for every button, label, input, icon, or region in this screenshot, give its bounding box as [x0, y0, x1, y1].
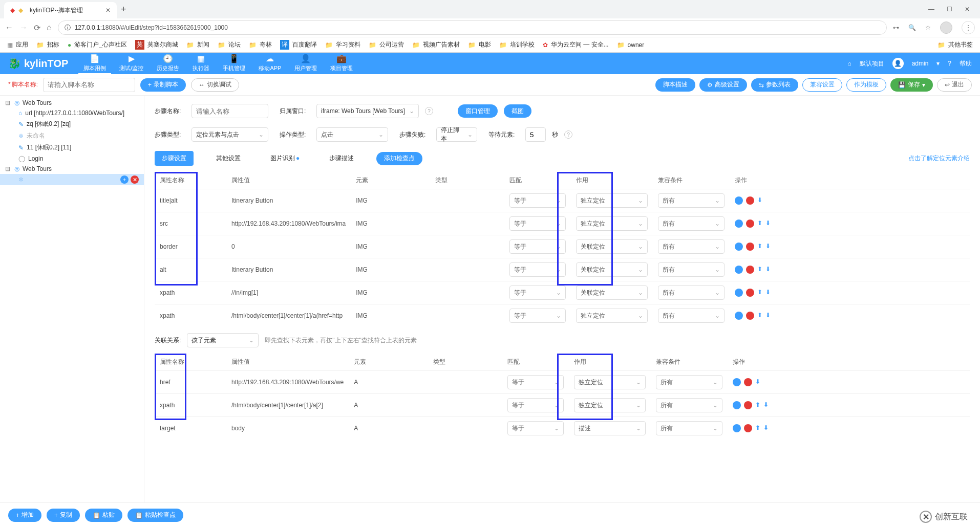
role-select[interactable]: 独立定位⌄ — [574, 398, 646, 412]
step-name-input[interactable] — [191, 104, 268, 118]
help-icon[interactable]: ? — [564, 130, 572, 139]
window-mgmt-button[interactable]: 窗口管理 — [458, 104, 498, 118]
bookmark-item[interactable]: 📁论坛 — [218, 40, 241, 49]
compat-select[interactable]: 所有⌄ — [658, 309, 725, 323]
row-add-icon[interactable]: + — [735, 266, 743, 274]
compat-select[interactable]: 所有⌄ — [656, 421, 722, 435]
row-add-icon[interactable]: + — [733, 424, 741, 432]
role-select[interactable]: 独立定位⌄ — [576, 216, 648, 231]
help-icon[interactable]: ? — [425, 107, 433, 115]
row-delete-icon[interactable]: ✕ — [744, 424, 752, 432]
role-select[interactable]: 独立定位⌄ — [576, 309, 648, 323]
row-delete-icon[interactable]: ✕ — [746, 196, 754, 205]
row-up-icon[interactable]: ⬆ — [757, 312, 762, 320]
bookmark-item[interactable]: ✿华为云空间 — 安全... — [543, 40, 609, 49]
close-window-icon[interactable]: ✕ — [965, 6, 970, 13]
other-bookmarks[interactable]: 📁其他书签 — [938, 40, 973, 49]
tree-item-selected[interactable]: ❄ + ✕ — [0, 174, 144, 185]
paste-checkpoint-button[interactable]: 📋粘贴检查点 — [127, 509, 183, 522]
menu-icon[interactable]: ⋮ — [962, 21, 975, 34]
new-tab-button[interactable]: + — [121, 4, 126, 15]
row-delete-icon[interactable]: ✕ — [746, 312, 754, 320]
collapse-icon[interactable]: ⊟ — [5, 165, 11, 172]
match-select[interactable]: 等于⌄ — [509, 193, 566, 208]
row-down-icon[interactable]: ⬇ — [757, 196, 762, 205]
row-up-icon[interactable]: ⬆ — [757, 243, 762, 251]
nav-project[interactable]: 💼项目管理 — [325, 53, 358, 74]
window-select[interactable]: iframe: Web Tours [Web Tours]⌄ — [316, 104, 419, 118]
star-icon[interactable]: ☆ — [925, 24, 931, 31]
row-down-icon[interactable]: ⬇ — [765, 219, 771, 228]
role-select[interactable]: 关联定位⌄ — [576, 286, 648, 300]
compat-select[interactable]: 所有⌄ — [658, 286, 725, 300]
script-name-input[interactable] — [43, 78, 135, 92]
row-add-icon[interactable]: + — [733, 378, 741, 386]
bookmark-item[interactable]: 📁公司运营 — [369, 40, 404, 49]
bookmark-item[interactable]: 📁奇林 — [249, 40, 272, 49]
relation-select[interactable]: 孩子元素⌄ — [187, 333, 259, 347]
bookmark-item[interactable]: 📁视频广告素材 — [412, 40, 460, 49]
row-add-icon[interactable]: + — [735, 312, 743, 320]
role-select[interactable]: 独立定位⌄ — [574, 375, 646, 389]
save-button[interactable]: 💾保存▾ — [890, 78, 933, 92]
bookmark-item[interactable]: 译百度翻译 — [280, 40, 317, 50]
match-select[interactable]: 等于⌄ — [509, 309, 566, 323]
tree-root[interactable]: ⊟◎Web Tours — [0, 98, 144, 108]
match-select[interactable]: 等于⌄ — [509, 286, 566, 300]
user-name[interactable]: admin — [912, 60, 929, 67]
minimize-icon[interactable]: — — [928, 6, 934, 13]
tree-item[interactable]: ◯Login — [0, 153, 144, 164]
switch-debug-button[interactable]: ↔切换调试 — [191, 78, 239, 92]
match-select[interactable]: 等于⌄ — [507, 398, 564, 412]
back-button[interactable]: ← — [5, 23, 13, 32]
role-select[interactable]: 关联定位⌄ — [576, 239, 648, 254]
row-down-icon[interactable]: ⬇ — [755, 378, 760, 386]
copy-button[interactable]: +复制 — [47, 509, 80, 522]
close-icon[interactable]: ✕ — [105, 7, 111, 14]
step-type-select[interactable]: 定位元素与点击⌄ — [191, 127, 268, 142]
add-icon[interactable]: + — [120, 175, 129, 184]
record-script-button[interactable]: +录制脚本 — [140, 78, 186, 92]
match-select[interactable]: 等于⌄ — [509, 262, 566, 277]
profile-avatar[interactable] — [940, 21, 952, 34]
help-icon[interactable]: ? — [948, 60, 951, 67]
row-up-icon[interactable]: ⬆ — [757, 289, 762, 297]
exit-button[interactable]: ↩退出 — [937, 78, 972, 92]
bookmark-item[interactable]: 📁培训学校 — [499, 40, 535, 49]
row-delete-icon[interactable]: ✕ — [746, 243, 754, 251]
row-down-icon[interactable]: ⬇ — [765, 312, 771, 320]
nav-script[interactable]: 📄脚本用例 — [78, 53, 111, 74]
learn-locator-link[interactable]: 点击了解定位元素介绍 — [908, 154, 970, 163]
row-up-icon[interactable]: ⬆ — [757, 219, 762, 228]
row-down-icon[interactable]: ⬇ — [763, 401, 769, 409]
bookmark-item[interactable]: ●游客门户_心声社区 — [68, 40, 127, 49]
row-up-icon[interactable]: ⬆ — [755, 424, 760, 432]
row-delete-icon[interactable]: ✕ — [744, 401, 752, 409]
row-delete-icon[interactable]: ✕ — [744, 378, 752, 386]
row-down-icon[interactable]: ⬇ — [765, 243, 771, 251]
advanced-settings-button[interactable]: ⚙高级设置 — [699, 78, 747, 92]
add-button[interactable]: +增加 — [8, 509, 41, 522]
as-template-button[interactable]: 作为模板 — [846, 78, 886, 92]
row-add-icon[interactable]: + — [735, 289, 743, 297]
nav-mobile-app[interactable]: ☁移动APP — [253, 53, 286, 74]
row-up-icon[interactable]: ⬆ — [757, 266, 762, 274]
row-down-icon[interactable]: ⬇ — [765, 289, 771, 297]
bookmark-item[interactable]: 📁电影 — [468, 40, 491, 49]
param-list-button[interactable]: ⇆参数列表 — [751, 78, 798, 92]
user-avatar-icon[interactable]: 👤 — [892, 58, 904, 69]
compat-select[interactable]: 所有⌄ — [658, 193, 725, 208]
role-select[interactable]: 描述⌄ — [574, 421, 646, 435]
row-down-icon[interactable]: ⬇ — [763, 424, 769, 432]
reload-button[interactable]: ⟳ — [34, 23, 40, 33]
tree-item[interactable]: ✎zq [休眠0.2] [zq] — [0, 118, 144, 130]
match-select[interactable]: 等于⌄ — [509, 239, 566, 254]
screenshot-button[interactable]: 截图 — [504, 104, 531, 118]
match-select[interactable]: 等于⌄ — [507, 421, 564, 435]
add-checkpoint-button[interactable]: 添加检查点 — [376, 152, 422, 165]
bookmark-item[interactable]: 📁招标 — [36, 40, 59, 49]
project-label[interactable]: 默认项目 — [860, 59, 884, 68]
compat-select[interactable]: 所有⌄ — [658, 216, 725, 231]
role-select[interactable]: 关联定位⌄ — [576, 262, 648, 277]
help-label[interactable]: 帮助 — [960, 59, 972, 68]
